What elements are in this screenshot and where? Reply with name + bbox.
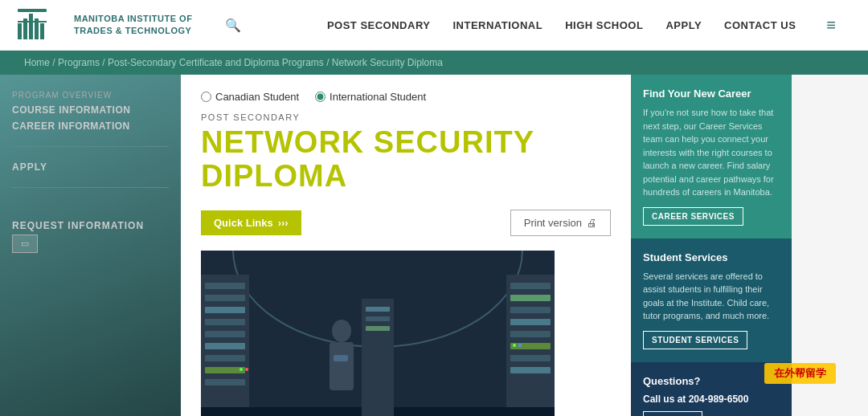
sidebar-divider-2	[12, 187, 169, 188]
svg-rect-12	[205, 307, 245, 313]
student-type-selector: Canadian Student International Student	[201, 91, 611, 103]
svg-rect-22	[510, 307, 551, 313]
search-icon[interactable]: 🔍	[225, 18, 241, 33]
nav-post-secondary[interactable]: POST SECONDARY	[327, 19, 431, 31]
quick-links-button[interactable]: Quick Links ›››	[201, 210, 301, 235]
server-room-svg	[201, 251, 555, 416]
program-title: NETWORK SECURITY DIPLOMA	[201, 126, 611, 194]
program-image	[201, 251, 555, 416]
svg-rect-21	[510, 295, 551, 301]
svg-rect-0	[18, 23, 22, 39]
career-card-body: If you're not sure how to take that next…	[643, 106, 780, 199]
sidebar-item-course[interactable]: COURSE INFORMATION	[12, 104, 169, 116]
canadian-student-option[interactable]: Canadian Student	[201, 91, 299, 103]
sidebar-divider-1	[12, 146, 169, 147]
international-student-option[interactable]: International Student	[315, 91, 426, 103]
svg-point-39	[518, 344, 522, 347]
nav-contact-us[interactable]: CONTACT US	[724, 19, 796, 31]
svg-rect-32	[366, 326, 390, 331]
quick-links-arrow-icon: ›››	[278, 217, 289, 229]
print-icon: 🖨	[587, 217, 597, 229]
svg-rect-23	[510, 319, 551, 325]
nav-high-school[interactable]: HIGH SCHOOL	[565, 19, 643, 31]
search-area[interactable]: 🔍	[209, 18, 257, 33]
nav-apply[interactable]: APPLY	[665, 19, 702, 31]
svg-rect-35	[334, 355, 348, 361]
main-nav: POST SECONDARY INTERNATIONAL HIGH SCHOOL…	[257, 16, 852, 35]
svg-rect-4	[40, 23, 44, 39]
main-layout: PROGRAM OVERVIEW COURSE INFORMATION CARE…	[0, 75, 868, 416]
svg-rect-15	[205, 343, 245, 349]
phone-number: Call us at 204-989-6500	[643, 394, 780, 405]
svg-rect-31	[366, 316, 390, 321]
svg-rect-11	[205, 295, 245, 301]
svg-rect-27	[510, 367, 551, 373]
svg-rect-10	[205, 283, 245, 289]
left-sidebar: PROGRAM OVERVIEW COURSE INFORMATION CARE…	[0, 75, 181, 416]
svg-rect-17	[205, 367, 245, 373]
category-label: POST SECONDARY	[201, 112, 611, 122]
program-overview-section: PROGRAM OVERVIEW COURSE INFORMATION CARE…	[12, 91, 169, 132]
svg-point-36	[240, 368, 243, 371]
logo-text: MANITOBA INSTITUTE OF TRADES & TECHNOLOG…	[74, 13, 192, 38]
sidebar-content: PROGRAM OVERVIEW COURSE INFORMATION CARE…	[0, 75, 181, 269]
international-student-radio[interactable]	[315, 92, 326, 102]
sidebar-request-btn[interactable]: ▭	[12, 235, 38, 253]
hamburger-icon[interactable]: ≡	[826, 16, 836, 35]
print-button[interactable]: Print version 🖨	[510, 210, 611, 236]
svg-rect-26	[510, 355, 551, 361]
sidebar-request[interactable]: REQUEST INFORMATION	[12, 220, 169, 231]
right-sidebar: Find Your New Career If you're not sure …	[631, 75, 792, 416]
svg-rect-29	[362, 299, 394, 416]
svg-rect-34	[330, 342, 354, 390]
logo-icon	[16, 7, 64, 43]
breadcrumb: Home / Programs / Post-Secondary Certifi…	[0, 51, 868, 75]
svg-rect-25	[510, 343, 551, 349]
main-content: Canadian Student International Student P…	[181, 75, 631, 416]
program-overview-label: PROGRAM OVERVIEW	[12, 91, 169, 100]
student-services-button[interactable]: STUDENT SERVICES	[643, 331, 747, 349]
action-bar: Quick Links ››› Print version 🖨	[201, 210, 611, 236]
svg-point-33	[332, 320, 351, 342]
svg-point-38	[513, 344, 516, 347]
svg-rect-6	[18, 9, 47, 12]
logo-area: MANITOBA INSTITUTE OF TRADES & TECHNOLOG…	[16, 7, 209, 43]
student-services-card: Student Services Several services are of…	[631, 239, 792, 362]
svg-point-37	[245, 368, 248, 371]
canadian-student-radio[interactable]	[201, 92, 211, 102]
svg-rect-14	[205, 331, 245, 337]
svg-rect-24	[510, 331, 551, 337]
svg-rect-2	[29, 14, 33, 39]
career-card: Find Your New Career If you're not sure …	[631, 75, 792, 239]
questions-title: Questions?	[643, 375, 780, 387]
header: MANITOBA INSTITUTE OF TRADES & TECHNOLOG…	[0, 0, 868, 51]
svg-rect-18	[205, 379, 245, 385]
nav-international[interactable]: INTERNATIONAL	[452, 19, 542, 31]
svg-rect-30	[366, 307, 390, 312]
career-card-title: Find Your New Career	[643, 88, 780, 100]
student-services-title: Student Services	[643, 251, 780, 263]
sidebar-apply[interactable]: APPLY	[12, 161, 169, 173]
svg-rect-16	[205, 355, 245, 361]
svg-rect-20	[510, 283, 551, 289]
svg-rect-13	[205, 319, 245, 325]
email-us-button[interactable]: EMAIL US	[643, 411, 702, 417]
career-services-button[interactable]: CAREER SERVICES	[643, 207, 743, 226]
student-services-body: Several services are offered to assist s…	[643, 270, 780, 323]
questions-card: Questions? Call us at 204-989-6500 EMAIL…	[631, 362, 792, 417]
sidebar-item-career[interactable]: CAREER INFORMATION	[12, 120, 169, 132]
